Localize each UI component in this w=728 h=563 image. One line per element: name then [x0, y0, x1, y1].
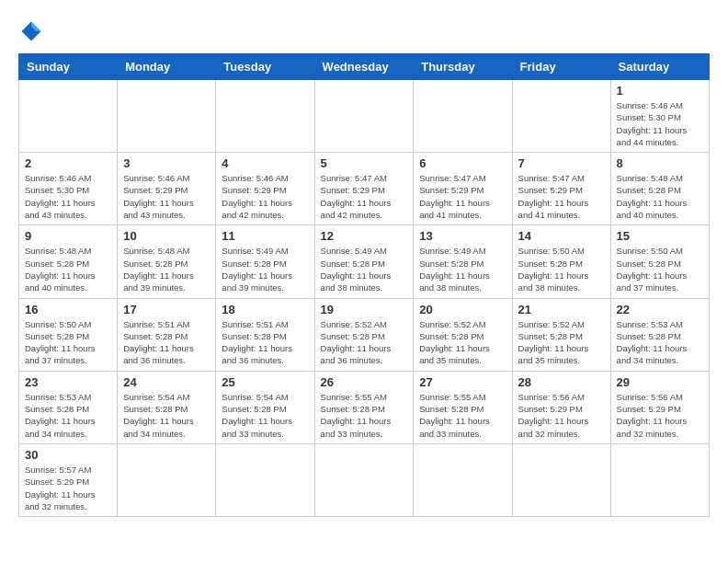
- calendar-cell: [216, 443, 314, 516]
- calendar-cell: 23Sunrise: 5:53 AM Sunset: 5:28 PM Dayli…: [19, 371, 118, 443]
- calendar-cell: [414, 443, 512, 516]
- calendar-cell: 9Sunrise: 5:48 AM Sunset: 5:28 PM Daylig…: [19, 225, 118, 298]
- calendar-cell: 1Sunrise: 5:46 AM Sunset: 5:30 PM Daylig…: [610, 80, 709, 153]
- calendar-cell: 11Sunrise: 5:49 AM Sunset: 5:28 PM Dayli…: [216, 225, 314, 298]
- calendar-header-monday: Monday: [118, 54, 216, 80]
- calendar-week-row: 16Sunrise: 5:50 AM Sunset: 5:28 PM Dayli…: [19, 298, 710, 371]
- day-info: Sunrise: 5:46 AM Sunset: 5:30 PM Dayligh…: [617, 99, 703, 148]
- calendar-cell: 27Sunrise: 5:55 AM Sunset: 5:28 PM Dayli…: [414, 371, 512, 443]
- day-number: 30: [25, 448, 111, 462]
- calendar-cell: 16Sunrise: 5:50 AM Sunset: 5:28 PM Dayli…: [19, 298, 118, 371]
- day-number: 28: [518, 375, 605, 389]
- calendar-cell: [314, 443, 414, 516]
- calendar-cell: 25Sunrise: 5:54 AM Sunset: 5:28 PM Dayli…: [216, 371, 314, 443]
- day-info: Sunrise: 5:47 AM Sunset: 5:29 PM Dayligh…: [321, 172, 408, 221]
- day-number: 19: [321, 303, 408, 316]
- day-number: 11: [222, 229, 308, 243]
- day-info: Sunrise: 5:48 AM Sunset: 5:28 PM Dayligh…: [25, 245, 111, 293]
- calendar-cell: 5Sunrise: 5:47 AM Sunset: 5:29 PM Daylig…: [314, 153, 414, 225]
- day-info: Sunrise: 5:47 AM Sunset: 5:29 PM Dayligh…: [518, 172, 605, 221]
- day-info: Sunrise: 5:51 AM Sunset: 5:28 PM Dayligh…: [222, 318, 308, 367]
- day-info: Sunrise: 5:56 AM Sunset: 5:29 PM Dayligh…: [617, 391, 703, 440]
- day-number: 12: [321, 229, 408, 243]
- day-number: 1: [617, 84, 703, 98]
- day-info: Sunrise: 5:49 AM Sunset: 5:28 PM Dayligh…: [419, 245, 506, 293]
- calendar-week-row: 9Sunrise: 5:48 AM Sunset: 5:28 PM Daylig…: [19, 225, 710, 298]
- day-number: 26: [321, 375, 408, 389]
- day-number: 7: [518, 156, 605, 170]
- day-number: 25: [222, 375, 308, 389]
- calendar-table: SundayMondayTuesdayWednesdayThursdayFrid…: [18, 53, 710, 517]
- day-info: Sunrise: 5:55 AM Sunset: 5:28 PM Dayligh…: [419, 391, 506, 440]
- calendar-cell: 12Sunrise: 5:49 AM Sunset: 5:28 PM Dayli…: [314, 225, 414, 298]
- calendar-cell: 2Sunrise: 5:46 AM Sunset: 5:30 PM Daylig…: [19, 153, 118, 225]
- day-info: Sunrise: 5:57 AM Sunset: 5:29 PM Dayligh…: [25, 464, 111, 512]
- calendar-cell: [512, 443, 610, 516]
- calendar-header-sunday: Sunday: [19, 54, 118, 80]
- calendar-cell: [512, 80, 610, 153]
- calendar-header-friday: Friday: [512, 54, 610, 80]
- day-number: 13: [419, 229, 506, 243]
- day-info: Sunrise: 5:48 AM Sunset: 5:28 PM Dayligh…: [123, 245, 210, 293]
- calendar-cell: 21Sunrise: 5:52 AM Sunset: 5:28 PM Dayli…: [512, 298, 610, 371]
- calendar-cell: 28Sunrise: 5:56 AM Sunset: 5:29 PM Dayli…: [512, 371, 610, 443]
- calendar-cell: [118, 443, 216, 516]
- day-number: 2: [25, 156, 111, 170]
- day-number: 20: [419, 303, 506, 316]
- day-number: 17: [123, 303, 210, 316]
- day-info: Sunrise: 5:50 AM Sunset: 5:28 PM Dayligh…: [518, 245, 605, 293]
- day-info: Sunrise: 5:46 AM Sunset: 5:29 PM Dayligh…: [123, 172, 210, 221]
- day-info: Sunrise: 5:54 AM Sunset: 5:28 PM Dayligh…: [222, 391, 308, 440]
- calendar-cell: 3Sunrise: 5:46 AM Sunset: 5:29 PM Daylig…: [118, 153, 216, 225]
- day-info: Sunrise: 5:46 AM Sunset: 5:29 PM Dayligh…: [222, 172, 308, 221]
- day-info: Sunrise: 5:54 AM Sunset: 5:28 PM Dayligh…: [123, 391, 210, 440]
- day-info: Sunrise: 5:47 AM Sunset: 5:29 PM Dayligh…: [419, 172, 506, 221]
- day-info: Sunrise: 5:53 AM Sunset: 5:28 PM Dayligh…: [617, 318, 703, 367]
- day-info: Sunrise: 5:52 AM Sunset: 5:28 PM Dayligh…: [518, 318, 605, 367]
- page-header: [18, 18, 710, 44]
- logo: [18, 18, 48, 44]
- calendar-header-thursday: Thursday: [414, 54, 512, 80]
- calendar-cell: 8Sunrise: 5:48 AM Sunset: 5:28 PM Daylig…: [610, 153, 709, 225]
- day-info: Sunrise: 5:53 AM Sunset: 5:28 PM Dayligh…: [25, 391, 111, 440]
- day-info: Sunrise: 5:49 AM Sunset: 5:28 PM Dayligh…: [222, 245, 308, 293]
- calendar-cell: 14Sunrise: 5:50 AM Sunset: 5:28 PM Dayli…: [512, 225, 610, 298]
- day-info: Sunrise: 5:55 AM Sunset: 5:28 PM Dayligh…: [321, 391, 408, 440]
- day-number: 9: [25, 229, 111, 243]
- day-number: 24: [123, 375, 210, 389]
- calendar-week-row: 30Sunrise: 5:57 AM Sunset: 5:29 PM Dayli…: [19, 443, 710, 516]
- day-info: Sunrise: 5:46 AM Sunset: 5:30 PM Dayligh…: [25, 172, 111, 221]
- day-number: 22: [617, 303, 703, 316]
- calendar-cell: 13Sunrise: 5:49 AM Sunset: 5:28 PM Dayli…: [414, 225, 512, 298]
- calendar-week-row: 23Sunrise: 5:53 AM Sunset: 5:28 PM Dayli…: [19, 371, 710, 443]
- calendar-cell: [610, 443, 709, 516]
- calendar-header-wednesday: Wednesday: [314, 54, 414, 80]
- calendar-cell: 30Sunrise: 5:57 AM Sunset: 5:29 PM Dayli…: [19, 443, 118, 516]
- day-number: 10: [123, 229, 210, 243]
- day-info: Sunrise: 5:49 AM Sunset: 5:28 PM Dayligh…: [321, 245, 408, 293]
- calendar-cell: 24Sunrise: 5:54 AM Sunset: 5:28 PM Dayli…: [118, 371, 216, 443]
- calendar-cell: 29Sunrise: 5:56 AM Sunset: 5:29 PM Dayli…: [610, 371, 709, 443]
- day-number: 18: [222, 303, 308, 316]
- day-number: 4: [222, 156, 308, 170]
- day-number: 29: [617, 375, 703, 389]
- day-number: 16: [25, 303, 111, 316]
- calendar-cell: 7Sunrise: 5:47 AM Sunset: 5:29 PM Daylig…: [512, 153, 610, 225]
- day-number: 15: [617, 229, 703, 243]
- day-number: 6: [419, 156, 506, 170]
- calendar-cell: 4Sunrise: 5:46 AM Sunset: 5:29 PM Daylig…: [216, 153, 314, 225]
- calendar-cell: 26Sunrise: 5:55 AM Sunset: 5:28 PM Dayli…: [314, 371, 414, 443]
- calendar-week-row: 2Sunrise: 5:46 AM Sunset: 5:30 PM Daylig…: [19, 153, 710, 225]
- calendar-cell: [19, 80, 118, 153]
- day-number: 5: [321, 156, 408, 170]
- calendar-cell: 22Sunrise: 5:53 AM Sunset: 5:28 PM Dayli…: [610, 298, 709, 371]
- day-info: Sunrise: 5:48 AM Sunset: 5:28 PM Dayligh…: [617, 172, 703, 221]
- calendar-cell: 10Sunrise: 5:48 AM Sunset: 5:28 PM Dayli…: [118, 225, 216, 298]
- calendar-cell: 19Sunrise: 5:52 AM Sunset: 5:28 PM Dayli…: [314, 298, 414, 371]
- day-number: 21: [518, 303, 605, 316]
- day-number: 3: [123, 156, 210, 170]
- calendar-cell: [216, 80, 314, 153]
- day-info: Sunrise: 5:50 AM Sunset: 5:28 PM Dayligh…: [617, 245, 703, 293]
- calendar-header-tuesday: Tuesday: [216, 54, 314, 80]
- day-number: 23: [25, 375, 111, 389]
